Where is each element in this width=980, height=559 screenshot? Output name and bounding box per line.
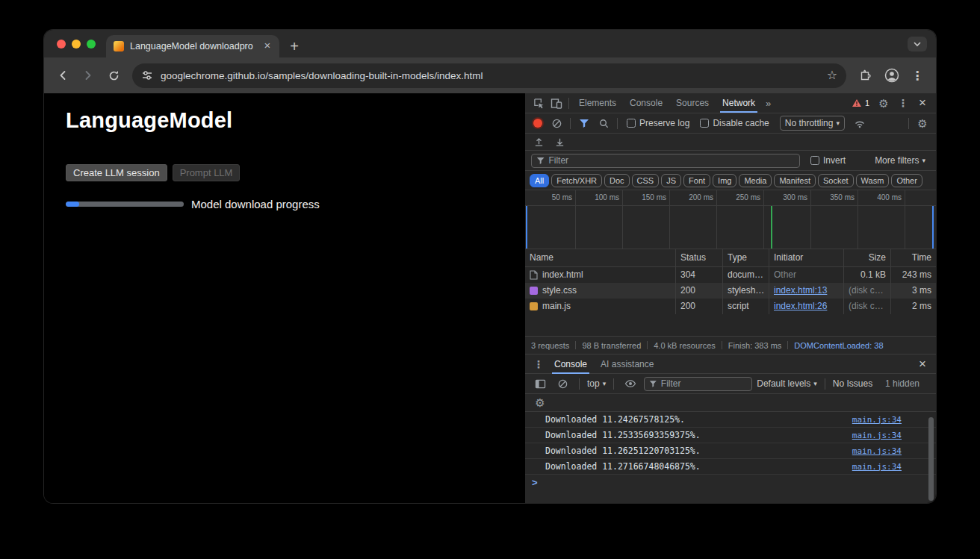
reload-button[interactable]	[102, 64, 125, 87]
column-type[interactable]: Type	[723, 249, 769, 266]
import-har-button[interactable]	[530, 134, 548, 150]
back-button[interactable]	[52, 64, 74, 87]
prompt-llm-button[interactable]: Prompt LLM	[173, 164, 241, 181]
tab-network[interactable]: Network	[716, 93, 762, 113]
device-toolbar-button[interactable]	[548, 95, 565, 111]
console-drawer: ⋮ Console AI assistance × top	[525, 354, 936, 503]
zoom-window-button[interactable]	[87, 40, 96, 49]
drawer-tab-ai-assistance[interactable]: AI assistance	[594, 355, 660, 374]
devtools-menu-button[interactable]: ⋮	[894, 95, 912, 111]
chip-socket[interactable]: Socket	[818, 174, 854, 187]
request-time: 2 ms	[891, 299, 936, 314]
devtools-settings-button[interactable]: ⚙	[875, 95, 893, 111]
drawer-close-button[interactable]: ×	[914, 356, 931, 372]
log-levels-select[interactable]: Default levels ▾	[757, 378, 817, 389]
console-filter-input[interactable]	[661, 378, 747, 389]
issues-counter[interactable]: No Issues	[833, 378, 872, 389]
tab-console[interactable]: Console	[623, 93, 669, 113]
hidden-messages-label[interactable]: 1 hidden	[885, 378, 919, 389]
disable-cache-checkbox[interactable]: Disable cache	[700, 118, 769, 128]
chip-font[interactable]: Font	[683, 174, 710, 187]
request-size: (disk c…	[844, 299, 891, 314]
devtools-tabbar: Elements Console Sources Network » 1 ⚙ ⋮…	[525, 93, 936, 113]
live-expression-button[interactable]	[621, 375, 639, 392]
clear-console-button[interactable]	[553, 375, 571, 392]
error-badge[interactable]: 1	[848, 99, 873, 107]
execution-context-select[interactable]: top ▾	[587, 378, 606, 389]
extensions-button[interactable]	[855, 64, 878, 87]
chip-fetch-xhr[interactable]: Fetch/XHR	[551, 174, 602, 187]
console-settings-button[interactable]: ⚙	[531, 395, 549, 411]
column-status[interactable]: Status	[676, 249, 723, 266]
network-settings-button[interactable]: ⚙	[914, 115, 931, 131]
chip-doc[interactable]: Doc	[604, 174, 630, 187]
drawer-tab-console[interactable]: Console	[548, 355, 594, 374]
source-link[interactable]: main.js:34	[852, 431, 902, 440]
network-filter-box[interactable]	[531, 154, 800, 168]
browser-tab[interactable]: LanguageModel downloadpro ×	[106, 35, 279, 57]
profile-button[interactable]	[881, 64, 903, 87]
column-name[interactable]: Name	[525, 249, 676, 266]
inspect-element-button[interactable]	[530, 95, 548, 111]
column-time[interactable]: Time	[891, 249, 936, 266]
table-empty-area	[525, 314, 936, 336]
close-window-button[interactable]	[57, 40, 66, 49]
forward-button[interactable]	[77, 64, 99, 87]
invert-checkbox[interactable]: Invert	[810, 155, 846, 166]
network-conditions-button[interactable]	[851, 115, 869, 131]
tab-sources[interactable]: Sources	[669, 93, 716, 113]
tab-elements[interactable]: Elements	[572, 93, 623, 113]
tab-strip: LanguageModel downloadpro × +	[44, 30, 936, 57]
browser-menu-button[interactable]: ⋮	[906, 64, 928, 87]
more-filters-dropdown[interactable]: More filters ▾	[875, 155, 925, 166]
filter-toggle-button[interactable]	[575, 115, 593, 131]
timeline-gridline	[858, 190, 858, 249]
throttling-select[interactable]: No throttling ▾	[780, 116, 845, 131]
chip-js[interactable]: JS	[661, 174, 681, 187]
minimize-window-button[interactable]	[72, 40, 81, 49]
network-filter-input[interactable]	[548, 155, 795, 166]
console-filter-box[interactable]	[644, 377, 752, 391]
tab-close-icon[interactable]: ×	[261, 40, 273, 52]
console-scrollbar[interactable]	[928, 417, 934, 501]
site-settings-icon[interactable]	[141, 69, 153, 81]
chip-wasm[interactable]: Wasm	[856, 174, 890, 187]
preserve-log-checkbox[interactable]: Preserve log	[627, 118, 689, 128]
source-link[interactable]: main.js:34	[852, 446, 902, 456]
chip-img[interactable]: Img	[713, 174, 736, 187]
table-row[interactable]: index.html 304 docum… Other 0.1 kB 243 m…	[525, 267, 936, 283]
url-text[interactable]: googlechrome.github.io/samples/downloadi…	[161, 70, 819, 81]
source-link[interactable]: main.js:34	[852, 415, 902, 425]
new-tab-button[interactable]: +	[284, 37, 305, 56]
timeline-tick: 150 ms	[632, 193, 666, 202]
table-row[interactable]: main.js 200 script index.html:26 (disk c…	[525, 299, 936, 314]
chip-all[interactable]: All	[530, 174, 549, 187]
separator	[722, 341, 722, 349]
export-har-button[interactable]	[551, 134, 568, 150]
address-bar[interactable]: googlechrome.github.io/samples/downloadi…	[132, 63, 846, 88]
console-sidebar-toggle-button[interactable]	[531, 375, 549, 392]
bookmark-star-icon[interactable]: ☆	[827, 69, 837, 81]
tab-strip-chevron-button[interactable]	[908, 37, 927, 51]
source-link[interactable]: main.js:34	[852, 462, 902, 472]
console-prompt[interactable]: >	[525, 475, 936, 490]
create-llm-session-button[interactable]: Create LLM session	[66, 164, 167, 181]
more-panels-icon[interactable]: »	[762, 98, 775, 109]
column-initiator[interactable]: Initiator	[769, 249, 844, 266]
initiator-link[interactable]: index.html:13	[774, 285, 827, 296]
clear-network-log-button[interactable]	[548, 115, 565, 131]
chip-manifest[interactable]: Manifest	[774, 174, 816, 187]
chip-css[interactable]: CSS	[632, 174, 660, 187]
devtools-close-button[interactable]: ×	[914, 95, 931, 111]
chip-media[interactable]: Media	[739, 174, 772, 187]
column-size[interactable]: Size	[844, 249, 891, 266]
initiator-link[interactable]: index.html:26	[774, 301, 827, 311]
drawer-menu-button[interactable]: ⋮	[530, 356, 548, 372]
table-row[interactable]: style.css 200 stylesh… index.html:13 (di…	[525, 283, 936, 299]
network-overview-timeline[interactable]: 50 ms 100 ms 150 ms 200 ms 250 ms 300 ms…	[525, 190, 936, 249]
search-network-button[interactable]	[595, 115, 612, 131]
timeline-gridline	[905, 190, 905, 249]
chip-other[interactable]: Other	[891, 174, 922, 187]
record-network-log-button[interactable]	[533, 119, 542, 128]
console-message: Downloaded 11.25335693359375%. main.js:3…	[525, 428, 936, 443]
